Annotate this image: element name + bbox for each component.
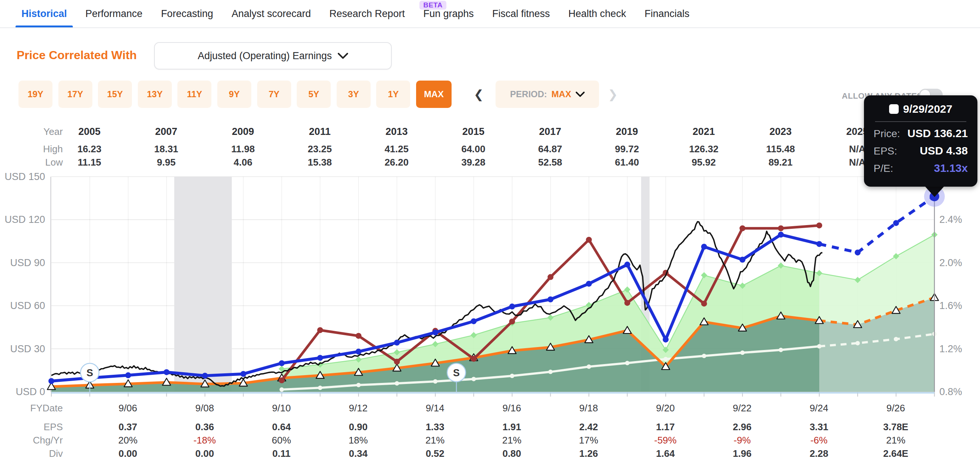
nav-tab-research-report[interactable]: Research Report — [329, 0, 405, 27]
right-axis-tick-label: 1.6% — [939, 300, 962, 311]
price-chart[interactable]: USD 150USD 120USD 90USD 60USD 30USD 02.4… — [0, 0, 980, 462]
normal-pe-marker — [509, 303, 515, 309]
bottom-table-date-cell: 9/18 — [554, 403, 624, 414]
nav-tab-fiscal-fitness[interactable]: Fiscal fitness — [492, 0, 550, 27]
normal-pe-marker — [87, 375, 93, 381]
maroon-marker — [471, 356, 477, 362]
bottom-table-date-cell: 9/06 — [93, 403, 163, 414]
maroon-marker — [586, 237, 592, 243]
bottom-table-div-cell: 0.52 — [400, 448, 470, 459]
bottom-table-chg-cell: 20% — [93, 435, 163, 446]
top-table-year-cell: 2021 — [668, 126, 739, 137]
fair-value-marker — [355, 368, 363, 376]
range-button-15y[interactable]: 15Y — [98, 81, 132, 108]
bottom-table-chg-cell: 21% — [861, 435, 931, 446]
range-button-7y[interactable]: 7Y — [257, 81, 291, 108]
period-selector[interactable]: PERIOD: MAX — [496, 81, 599, 108]
top-table-low-cell: 89.21 — [745, 157, 816, 168]
green-edge-marker — [816, 270, 822, 276]
range-button-17y[interactable]: 17Y — [58, 81, 92, 108]
bottom-table-div-cell: 0.11 — [247, 448, 317, 459]
normal-pe-marker — [240, 371, 247, 377]
bottom-table-eps-cell: 0.64 — [247, 421, 317, 433]
previous-period-button[interactable]: ❮ — [474, 81, 484, 108]
right-axis-tick-label: 0.8% — [939, 386, 962, 397]
green-edge-marker — [624, 287, 630, 293]
chevron-down-icon — [576, 92, 585, 97]
top-table-low-cell: 95.92 — [668, 157, 739, 168]
green-band-edge-line — [282, 235, 934, 369]
top-table-year-cell: 2009 — [208, 126, 278, 137]
range-button-13y[interactable]: 13Y — [138, 81, 172, 108]
maroon-marker — [740, 225, 745, 231]
green-edge-marker — [432, 341, 439, 347]
top-table-high-cell: 64.87 — [515, 143, 585, 155]
normal-pe-marker — [625, 262, 630, 268]
fair-value-marker — [547, 343, 555, 350]
bottom-table-div-cell: 1.96 — [707, 448, 777, 459]
next-period-button[interactable]: ❯ — [608, 81, 618, 108]
green-edge-marker — [701, 272, 707, 278]
fair-value-marker — [700, 318, 708, 325]
nav-tab-historical[interactable]: Historical — [21, 0, 67, 27]
normal-pe-marker — [164, 369, 170, 375]
left-axis-tick-label: USD 120 — [5, 214, 45, 225]
calendar-square-icon — [889, 104, 899, 114]
nav-tab-label: Fiscal fitness — [492, 8, 550, 19]
nav-tab-health-check[interactable]: Health check — [568, 0, 626, 27]
normal-pe-marker — [740, 257, 745, 263]
tooltip-row-value: USD 4.38 — [920, 145, 968, 157]
maroon-marker — [278, 378, 285, 383]
nav-tab-analyst-scorecard[interactable]: Analyst scorecard — [232, 0, 311, 27]
range-button-19y[interactable]: 19Y — [19, 81, 52, 108]
green-edge-marker — [278, 366, 285, 372]
nav-tab-label: Fun graphs — [423, 8, 474, 19]
nav-tab-fun-graphs[interactable]: Fun graphsBETA — [423, 0, 474, 27]
top-table-low-cell: 9.95 — [131, 157, 201, 168]
nav-tab-financials[interactable]: Financials — [644, 0, 690, 27]
range-button-5y[interactable]: 5Y — [297, 81, 331, 108]
bottom-table-date-cell: 9/26 — [861, 403, 931, 414]
top-table-high-cell: 23.25 — [285, 143, 355, 155]
right-axis-tick-label: 2.0% — [939, 257, 962, 268]
top-table-low-cell: 39.28 — [438, 157, 509, 168]
range-button-9y[interactable]: 9Y — [217, 81, 251, 108]
bottom-table-chg-cell: -59% — [630, 435, 701, 446]
left-axis-tick-label: USD 150 — [5, 171, 45, 182]
green-edge-marker — [355, 356, 362, 363]
maroon-marker — [816, 223, 822, 228]
maroon-marker — [509, 319, 515, 325]
bottom-table-chg-cell: -9% — [707, 435, 777, 446]
range-button-max[interactable]: MAX — [416, 81, 452, 108]
top-nav: HistoricalPerformanceForecastingAnalyst … — [0, 0, 980, 28]
range-button-11y[interactable]: 11Y — [177, 81, 212, 108]
green-edge-marker — [778, 263, 784, 269]
fair-value-marker — [624, 327, 632, 333]
fair-value-marker — [47, 382, 56, 390]
bottom-table-chg-cell: 21% — [400, 435, 470, 446]
range-button-1y[interactable]: 1Y — [376, 81, 410, 108]
dividend-marker — [779, 348, 783, 352]
nav-tab-performance[interactable]: Performance — [85, 0, 143, 27]
beta-badge: BETA — [419, 1, 446, 10]
normal-pe-marker — [586, 281, 592, 287]
bottom-table-eps-cell: 0.37 — [93, 421, 163, 433]
forecast-region-overlay — [819, 177, 935, 392]
dividend-line-forecast — [819, 334, 935, 346]
top-table-high-cell: 18.31 — [131, 143, 201, 155]
bottom-table-div-cell: 1.64 — [630, 448, 701, 459]
nav-tab-forecasting[interactable]: Forecasting — [161, 0, 213, 27]
normal-pe-marker — [125, 372, 131, 378]
bottom-table-eps-cell: 1.17 — [630, 421, 701, 433]
tooltip-row-label: Price: — [873, 128, 900, 140]
tooltip-row-value: 31.13x — [934, 162, 968, 174]
fair-value-marker — [585, 336, 593, 343]
range-button-3y[interactable]: 3Y — [337, 81, 371, 108]
metric-dropdown[interactable]: Adjusted (Operating) Earnings — [154, 42, 392, 70]
nav-tab-label: Health check — [568, 8, 626, 19]
tooltip-row-label: EPS: — [873, 145, 897, 157]
right-axis-tick-label: 2.4% — [939, 214, 962, 225]
left-axis-tick-label: USD 0 — [16, 386, 45, 397]
tooltip-row: P/E:31.13x — [873, 162, 968, 174]
fair-value-marker — [931, 293, 939, 301]
